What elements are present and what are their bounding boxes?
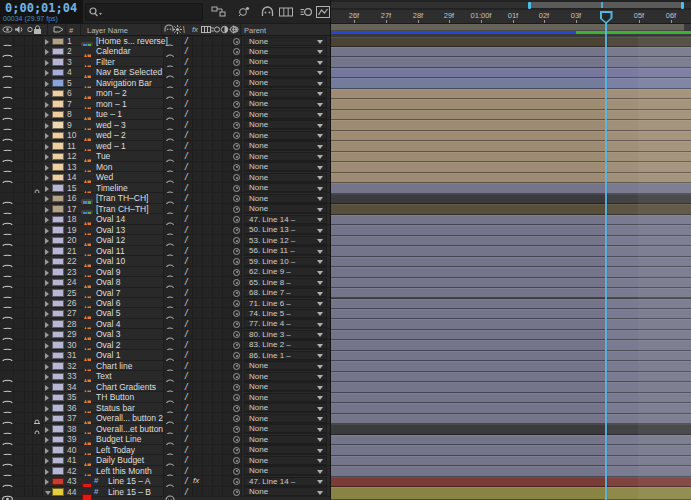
label-color-swatch[interactable] bbox=[52, 184, 64, 192]
parent-pick-whip-icon[interactable] bbox=[233, 59, 240, 66]
3d-column-icon[interactable] bbox=[229, 25, 238, 36]
layer-name[interactable]: tue – 1 bbox=[96, 109, 122, 120]
label-color-swatch[interactable] bbox=[52, 111, 64, 119]
quality-toggle[interactable]: / bbox=[185, 88, 188, 98]
quality-toggle[interactable]: / bbox=[185, 36, 188, 46]
label-color-swatch[interactable] bbox=[52, 362, 64, 370]
quality-toggle[interactable]: / bbox=[185, 193, 188, 203]
parent-dropdown[interactable]: None bbox=[244, 204, 327, 213]
quality-toggle[interactable]: / bbox=[185, 130, 188, 140]
layer-name[interactable]: Oval 5 bbox=[96, 308, 121, 319]
label-color-swatch[interactable] bbox=[52, 216, 64, 224]
twirl-arrow[interactable] bbox=[45, 39, 49, 45]
label-color-swatch[interactable] bbox=[52, 268, 64, 276]
parent-dropdown[interactable]: None bbox=[244, 445, 327, 454]
twirl-arrow[interactable] bbox=[45, 322, 49, 328]
twirl-arrow[interactable] bbox=[45, 291, 49, 297]
parent-dropdown[interactable]: None bbox=[244, 382, 327, 391]
twirl-arrow[interactable] bbox=[45, 196, 49, 202]
parent-dropdown[interactable]: 50. Line 13 – bbox=[244, 225, 327, 234]
parent-pick-whip-icon[interactable] bbox=[233, 143, 240, 150]
current-time-panel[interactable]: 0;00;01;04 00034 (29.97 fps) bbox=[0, 0, 83, 24]
layer-name[interactable]: Oval 4 bbox=[96, 319, 121, 330]
twirl-arrow[interactable] bbox=[45, 217, 49, 223]
layer-bar-12[interactable] bbox=[331, 152, 691, 162]
layer-row-44[interactable]: 44#Line 15 – B/None bbox=[0, 487, 330, 497]
layer-name[interactable]: Daily Budget bbox=[96, 455, 144, 466]
layer-name[interactable]: wed – 3 bbox=[96, 120, 126, 131]
layer-bar-27[interactable] bbox=[331, 309, 691, 319]
label-color-swatch[interactable] bbox=[52, 174, 64, 182]
parent-dropdown[interactable]: None bbox=[244, 183, 327, 192]
layer-name[interactable]: [Tran CH–TH] bbox=[96, 204, 149, 215]
adjustment-column-icon[interactable] bbox=[220, 25, 229, 36]
parent-dropdown[interactable]: None bbox=[244, 120, 327, 129]
twirl-arrow[interactable] bbox=[45, 144, 49, 150]
layer-name[interactable]: Overall...et button bbox=[96, 424, 163, 435]
layer-bar-19[interactable] bbox=[331, 225, 691, 235]
label-color-swatch[interactable] bbox=[52, 404, 64, 412]
layer-bar-23[interactable] bbox=[331, 267, 691, 277]
quality-toggle[interactable]: / bbox=[185, 487, 188, 497]
layer-name[interactable]: Oval 14 bbox=[96, 214, 125, 225]
twirl-arrow[interactable] bbox=[45, 154, 49, 160]
layer-bar-30[interactable] bbox=[331, 340, 691, 350]
parent-pick-whip-icon[interactable] bbox=[233, 321, 240, 328]
layer-name[interactable]: wed – 1 bbox=[96, 141, 126, 152]
parent-pick-whip-icon[interactable] bbox=[233, 248, 240, 255]
layer-bar-9[interactable] bbox=[331, 120, 691, 130]
parent-pick-whip-icon[interactable] bbox=[233, 101, 240, 108]
layer-bar-36[interactable] bbox=[331, 403, 691, 413]
parent-pick-whip-icon[interactable] bbox=[233, 206, 240, 213]
current-timecode[interactable]: 0;00;01;04 bbox=[5, 1, 77, 15]
label-color-swatch[interactable] bbox=[52, 457, 64, 465]
layer-row-33[interactable]: 33Text/None bbox=[0, 371, 330, 381]
label-color-swatch[interactable] bbox=[52, 58, 64, 66]
quality-toggle[interactable]: / bbox=[185, 225, 188, 235]
layer-name[interactable]: TH Button bbox=[96, 392, 134, 403]
parent-pick-whip-icon[interactable] bbox=[233, 405, 240, 412]
layer-bar-7[interactable] bbox=[331, 99, 691, 109]
parent-dropdown[interactable]: None bbox=[244, 37, 327, 46]
parent-dropdown[interactable]: 62. Line 9 – bbox=[244, 267, 327, 276]
twirl-arrow[interactable] bbox=[45, 437, 49, 443]
parent-dropdown[interactable]: 59. Line 10 – bbox=[244, 257, 327, 266]
layer-name[interactable]: Oval 7 bbox=[96, 288, 121, 299]
parent-pick-whip-icon[interactable] bbox=[233, 290, 240, 297]
quality-toggle[interactable]: / bbox=[185, 109, 188, 119]
layer-row-22[interactable]: 22Oval 10/59. Line 10 – bbox=[0, 256, 330, 266]
layer-bar-1[interactable] bbox=[331, 37, 691, 47]
parent-dropdown[interactable]: 71. Line 6 – bbox=[244, 299, 327, 308]
layer-name[interactable]: Oval 8 bbox=[96, 277, 121, 288]
layer-bar-3[interactable] bbox=[331, 57, 691, 67]
parent-dropdown[interactable]: None bbox=[244, 68, 327, 77]
parent-dropdown[interactable]: None bbox=[244, 361, 327, 370]
layer-name[interactable]: Calendar bbox=[96, 46, 131, 57]
parent-dropdown[interactable]: None bbox=[244, 414, 327, 423]
layer-row-32[interactable]: 32Chart line/None bbox=[0, 361, 330, 371]
current-time-indicator-head[interactable] bbox=[600, 11, 613, 24]
layer-bar-16[interactable] bbox=[331, 194, 691, 204]
label-color-swatch[interactable] bbox=[52, 153, 64, 161]
label-color-swatch[interactable] bbox=[52, 383, 64, 391]
layer-name[interactable]: Oval 2 bbox=[96, 340, 121, 351]
parent-dropdown[interactable]: None bbox=[244, 78, 327, 87]
layer-name[interactable]: Timeline bbox=[96, 183, 128, 194]
label-color-swatch[interactable] bbox=[52, 394, 64, 402]
layer-name[interactable]: Line 15 – B bbox=[108, 487, 151, 498]
label-color-swatch[interactable] bbox=[52, 341, 64, 349]
parent-dropdown[interactable]: None bbox=[244, 466, 327, 475]
hide-shy-layers-icon[interactable] bbox=[258, 4, 276, 20]
search-input[interactable] bbox=[85, 3, 203, 21]
parent-dropdown[interactable]: None bbox=[244, 424, 327, 433]
layer-name[interactable]: Oval 10 bbox=[96, 256, 125, 267]
layer-bar-18[interactable] bbox=[331, 215, 691, 225]
layer-bar-43[interactable] bbox=[331, 477, 691, 487]
layer-bar-44[interactable] bbox=[331, 487, 691, 500]
parent-dropdown[interactable]: None bbox=[244, 393, 327, 402]
quality-toggle[interactable]: / bbox=[185, 183, 188, 193]
quality-toggle[interactable]: / bbox=[185, 476, 188, 486]
twirl-arrow[interactable] bbox=[45, 406, 49, 412]
quality-toggle[interactable]: / bbox=[185, 172, 188, 182]
audio-column-icon[interactable] bbox=[14, 25, 24, 34]
